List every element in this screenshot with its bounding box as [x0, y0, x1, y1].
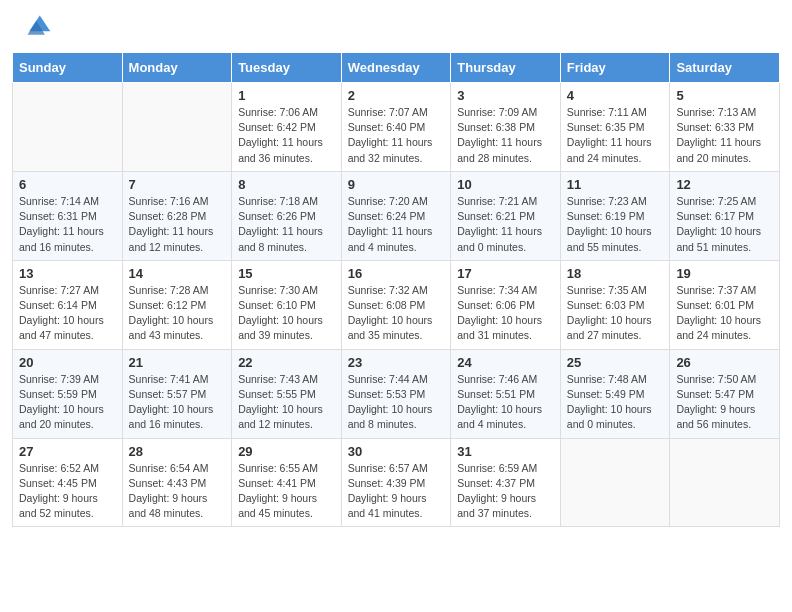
logo-icon: [24, 12, 52, 40]
day-number: 10: [457, 177, 554, 192]
calendar-cell: 9Sunrise: 7:20 AM Sunset: 6:24 PM Daylig…: [341, 171, 451, 260]
weekday-header-row: SundayMondayTuesdayWednesdayThursdayFrid…: [13, 53, 780, 83]
day-info: Sunrise: 7:23 AM Sunset: 6:19 PM Dayligh…: [567, 194, 664, 255]
calendar-cell: 1Sunrise: 7:06 AM Sunset: 6:42 PM Daylig…: [232, 83, 342, 172]
day-info: Sunrise: 7:48 AM Sunset: 5:49 PM Dayligh…: [567, 372, 664, 433]
calendar-cell: 2Sunrise: 7:07 AM Sunset: 6:40 PM Daylig…: [341, 83, 451, 172]
day-info: Sunrise: 7:44 AM Sunset: 5:53 PM Dayligh…: [348, 372, 445, 433]
calendar-cell: 15Sunrise: 7:30 AM Sunset: 6:10 PM Dayli…: [232, 260, 342, 349]
calendar-cell: [560, 438, 670, 527]
day-number: 20: [19, 355, 116, 370]
day-info: Sunrise: 6:59 AM Sunset: 4:37 PM Dayligh…: [457, 461, 554, 522]
page-header: [0, 0, 792, 52]
calendar-cell: 16Sunrise: 7:32 AM Sunset: 6:08 PM Dayli…: [341, 260, 451, 349]
calendar-cell: 31Sunrise: 6:59 AM Sunset: 4:37 PM Dayli…: [451, 438, 561, 527]
calendar-table: SundayMondayTuesdayWednesdayThursdayFrid…: [12, 52, 780, 527]
day-number: 1: [238, 88, 335, 103]
weekday-header-wednesday: Wednesday: [341, 53, 451, 83]
day-info: Sunrise: 7:20 AM Sunset: 6:24 PM Dayligh…: [348, 194, 445, 255]
week-row-1: 1Sunrise: 7:06 AM Sunset: 6:42 PM Daylig…: [13, 83, 780, 172]
weekday-header-friday: Friday: [560, 53, 670, 83]
day-info: Sunrise: 7:16 AM Sunset: 6:28 PM Dayligh…: [129, 194, 226, 255]
day-number: 4: [567, 88, 664, 103]
day-info: Sunrise: 6:54 AM Sunset: 4:43 PM Dayligh…: [129, 461, 226, 522]
logo: [24, 16, 56, 44]
day-info: Sunrise: 6:57 AM Sunset: 4:39 PM Dayligh…: [348, 461, 445, 522]
calendar-cell: 18Sunrise: 7:35 AM Sunset: 6:03 PM Dayli…: [560, 260, 670, 349]
day-number: 21: [129, 355, 226, 370]
day-info: Sunrise: 7:32 AM Sunset: 6:08 PM Dayligh…: [348, 283, 445, 344]
day-info: Sunrise: 7:50 AM Sunset: 5:47 PM Dayligh…: [676, 372, 773, 433]
week-row-3: 13Sunrise: 7:27 AM Sunset: 6:14 PM Dayli…: [13, 260, 780, 349]
day-number: 9: [348, 177, 445, 192]
day-number: 8: [238, 177, 335, 192]
day-number: 6: [19, 177, 116, 192]
day-number: 18: [567, 266, 664, 281]
day-info: Sunrise: 7:14 AM Sunset: 6:31 PM Dayligh…: [19, 194, 116, 255]
day-info: Sunrise: 7:09 AM Sunset: 6:38 PM Dayligh…: [457, 105, 554, 166]
day-number: 22: [238, 355, 335, 370]
calendar-cell: 3Sunrise: 7:09 AM Sunset: 6:38 PM Daylig…: [451, 83, 561, 172]
day-number: 13: [19, 266, 116, 281]
day-number: 16: [348, 266, 445, 281]
day-info: Sunrise: 7:37 AM Sunset: 6:01 PM Dayligh…: [676, 283, 773, 344]
day-number: 31: [457, 444, 554, 459]
day-info: Sunrise: 7:30 AM Sunset: 6:10 PM Dayligh…: [238, 283, 335, 344]
day-number: 27: [19, 444, 116, 459]
day-info: Sunrise: 7:06 AM Sunset: 6:42 PM Dayligh…: [238, 105, 335, 166]
day-info: Sunrise: 7:13 AM Sunset: 6:33 PM Dayligh…: [676, 105, 773, 166]
day-number: 28: [129, 444, 226, 459]
day-info: Sunrise: 7:41 AM Sunset: 5:57 PM Dayligh…: [129, 372, 226, 433]
calendar-cell: 24Sunrise: 7:46 AM Sunset: 5:51 PM Dayli…: [451, 349, 561, 438]
calendar-cell: 20Sunrise: 7:39 AM Sunset: 5:59 PM Dayli…: [13, 349, 123, 438]
day-info: Sunrise: 7:11 AM Sunset: 6:35 PM Dayligh…: [567, 105, 664, 166]
calendar-cell: [670, 438, 780, 527]
calendar-cell: 23Sunrise: 7:44 AM Sunset: 5:53 PM Dayli…: [341, 349, 451, 438]
calendar-cell: 11Sunrise: 7:23 AM Sunset: 6:19 PM Dayli…: [560, 171, 670, 260]
calendar-cell: 7Sunrise: 7:16 AM Sunset: 6:28 PM Daylig…: [122, 171, 232, 260]
day-number: 3: [457, 88, 554, 103]
calendar-cell: 28Sunrise: 6:54 AM Sunset: 4:43 PM Dayli…: [122, 438, 232, 527]
calendar-cell: 17Sunrise: 7:34 AM Sunset: 6:06 PM Dayli…: [451, 260, 561, 349]
calendar-cell: 14Sunrise: 7:28 AM Sunset: 6:12 PM Dayli…: [122, 260, 232, 349]
day-info: Sunrise: 7:07 AM Sunset: 6:40 PM Dayligh…: [348, 105, 445, 166]
day-number: 30: [348, 444, 445, 459]
calendar-cell: [13, 83, 123, 172]
day-number: 11: [567, 177, 664, 192]
day-info: Sunrise: 7:18 AM Sunset: 6:26 PM Dayligh…: [238, 194, 335, 255]
day-number: 15: [238, 266, 335, 281]
weekday-header-monday: Monday: [122, 53, 232, 83]
day-info: Sunrise: 7:39 AM Sunset: 5:59 PM Dayligh…: [19, 372, 116, 433]
weekday-header-saturday: Saturday: [670, 53, 780, 83]
calendar-wrap: SundayMondayTuesdayWednesdayThursdayFrid…: [0, 52, 792, 539]
weekday-header-tuesday: Tuesday: [232, 53, 342, 83]
day-info: Sunrise: 7:25 AM Sunset: 6:17 PM Dayligh…: [676, 194, 773, 255]
calendar-cell: 5Sunrise: 7:13 AM Sunset: 6:33 PM Daylig…: [670, 83, 780, 172]
week-row-4: 20Sunrise: 7:39 AM Sunset: 5:59 PM Dayli…: [13, 349, 780, 438]
day-info: Sunrise: 6:52 AM Sunset: 4:45 PM Dayligh…: [19, 461, 116, 522]
calendar-cell: 10Sunrise: 7:21 AM Sunset: 6:21 PM Dayli…: [451, 171, 561, 260]
day-number: 12: [676, 177, 773, 192]
calendar-cell: 12Sunrise: 7:25 AM Sunset: 6:17 PM Dayli…: [670, 171, 780, 260]
day-info: Sunrise: 7:27 AM Sunset: 6:14 PM Dayligh…: [19, 283, 116, 344]
day-number: 23: [348, 355, 445, 370]
day-number: 19: [676, 266, 773, 281]
day-number: 24: [457, 355, 554, 370]
calendar-cell: 13Sunrise: 7:27 AM Sunset: 6:14 PM Dayli…: [13, 260, 123, 349]
day-number: 29: [238, 444, 335, 459]
calendar-cell: 26Sunrise: 7:50 AM Sunset: 5:47 PM Dayli…: [670, 349, 780, 438]
week-row-5: 27Sunrise: 6:52 AM Sunset: 4:45 PM Dayli…: [13, 438, 780, 527]
calendar-cell: 29Sunrise: 6:55 AM Sunset: 4:41 PM Dayli…: [232, 438, 342, 527]
weekday-header-thursday: Thursday: [451, 53, 561, 83]
day-number: 5: [676, 88, 773, 103]
calendar-cell: 21Sunrise: 7:41 AM Sunset: 5:57 PM Dayli…: [122, 349, 232, 438]
calendar-cell: 19Sunrise: 7:37 AM Sunset: 6:01 PM Dayli…: [670, 260, 780, 349]
day-info: Sunrise: 6:55 AM Sunset: 4:41 PM Dayligh…: [238, 461, 335, 522]
day-number: 7: [129, 177, 226, 192]
day-number: 25: [567, 355, 664, 370]
day-number: 26: [676, 355, 773, 370]
day-info: Sunrise: 7:35 AM Sunset: 6:03 PM Dayligh…: [567, 283, 664, 344]
day-info: Sunrise: 7:43 AM Sunset: 5:55 PM Dayligh…: [238, 372, 335, 433]
day-number: 17: [457, 266, 554, 281]
day-info: Sunrise: 7:46 AM Sunset: 5:51 PM Dayligh…: [457, 372, 554, 433]
